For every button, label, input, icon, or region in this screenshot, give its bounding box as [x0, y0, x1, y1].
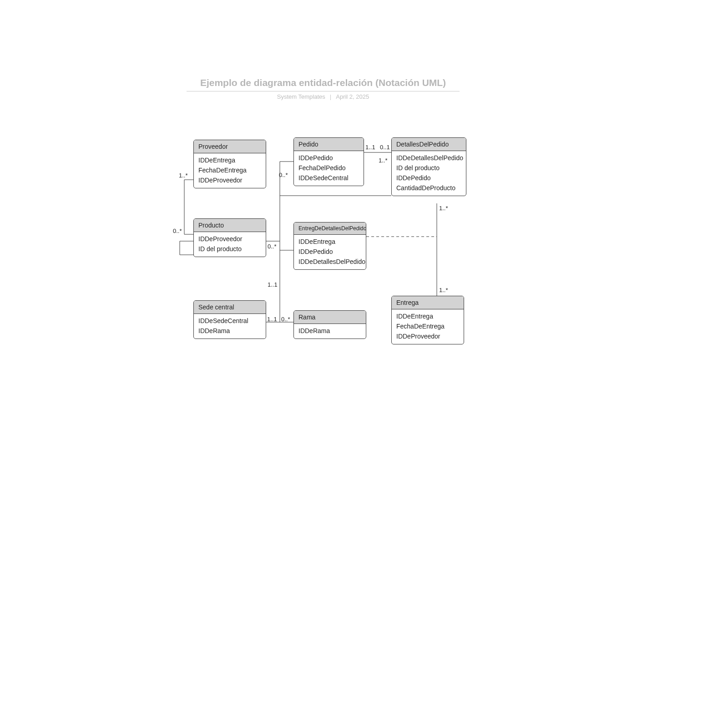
attr: IDDePedido — [298, 247, 361, 257]
entity-attrs: IDDeEntrega IDDePedido IDDeDetallesDelPe… — [294, 235, 366, 269]
attr: IDDeSedeCentral — [198, 316, 261, 326]
attr: IDDeDetallesDelPedido — [396, 153, 461, 163]
entity-attrs: IDDeEntrega FechaDeEntrega IDDeProveedor — [392, 309, 464, 344]
attr: FechaDeEntrega — [198, 165, 261, 175]
mult-rama-left: 0..* — [281, 316, 290, 323]
attr: FechaDeEntrega — [396, 321, 459, 331]
entity-producto[interactable]: Producto IDDeProveedor ID del producto — [193, 218, 266, 257]
entity-title: Proveedor — [194, 140, 266, 153]
attr: IDDeEntrega — [298, 237, 361, 247]
entity-title: Entrega — [392, 296, 464, 309]
attr: IDDePedido — [298, 153, 359, 163]
connector-lines — [0, 0, 728, 728]
attr: IDDeEntrega — [396, 311, 459, 321]
entity-attrs: IDDeProveedor ID del producto — [194, 232, 266, 257]
entity-title: EntregDeDetallesDelPedido — [294, 222, 366, 235]
mult-producto-top: 0..* — [173, 228, 182, 234]
attr: IDDeSedeCentral — [298, 173, 359, 183]
entity-sede-central[interactable]: Sede central IDDeSedeCentral IDDeRama — [193, 300, 266, 339]
attr: IDDeProveedor — [198, 175, 261, 185]
entity-attrs: IDDeDetallesDelPedido ID del producto ID… — [392, 151, 466, 196]
attr: IDDeRama — [198, 326, 261, 336]
mult-pedido-left: 0..* — [279, 172, 288, 178]
mult-sede-right: 1..1 — [267, 316, 277, 323]
mult-proveedor: 1..* — [179, 172, 188, 179]
attr: IDDeRama — [298, 326, 361, 336]
entity-entreg-de-detalles[interactable]: EntregDeDetallesDelPedido IDDeEntrega ID… — [293, 222, 366, 270]
mult-pedido-right: 1..1 — [365, 144, 375, 151]
mult-entrega-top: 1..* — [439, 287, 448, 293]
entity-proveedor[interactable]: Proveedor IDDeEntrega FechaDeEntrega IDD… — [193, 140, 266, 188]
attr: IDDeEntrega — [198, 155, 261, 165]
attr: IDDeDetallesDelPedido — [298, 257, 361, 267]
attr: IDDeProveedor — [198, 234, 261, 244]
entity-attrs: IDDePedido FechaDelPedido IDDeSedeCentra… — [294, 151, 364, 186]
mult-sede-top: 1..1 — [268, 281, 278, 288]
attr: ID del producto — [396, 163, 461, 173]
entity-title: Sede central — [194, 301, 266, 314]
entity-detalles-del-pedido[interactable]: DetallesDelPedido IDDeDetallesDelPedido … — [391, 137, 466, 196]
attr: CantidadDeProducto — [396, 183, 461, 193]
entity-rama[interactable]: Rama IDDeRama — [293, 310, 366, 339]
entity-title: Producto — [194, 219, 266, 232]
entity-attrs: IDDeEntrega FechaDeEntrega IDDeProveedor — [194, 153, 266, 188]
mult-producto-right: 0..* — [268, 243, 277, 250]
entity-title: Rama — [294, 311, 366, 324]
entity-entrega[interactable]: Entrega IDDeEntrega FechaDeEntrega IDDeP… — [391, 296, 464, 344]
diagram-canvas: Ejemplo de diagrama entidad-relación (No… — [0, 0, 728, 728]
mult-detalles-bottom: 1..* — [439, 205, 448, 212]
attr: FechaDelPedido — [298, 163, 359, 173]
attr: IDDePedido — [396, 173, 461, 183]
attr: IDDeProveedor — [396, 331, 459, 341]
entity-title: Pedido — [294, 138, 364, 151]
entity-attrs: IDDeRama — [294, 324, 366, 339]
attr: ID del producto — [198, 244, 261, 254]
entity-title: DetallesDelPedido — [392, 138, 466, 151]
mult-detalles-below: 1..* — [379, 157, 388, 164]
mult-detalles-left: 0..1 — [380, 144, 390, 151]
entity-attrs: IDDeSedeCentral IDDeRama — [194, 314, 266, 339]
entity-pedido[interactable]: Pedido IDDePedido FechaDelPedido IDDeSed… — [293, 137, 364, 186]
